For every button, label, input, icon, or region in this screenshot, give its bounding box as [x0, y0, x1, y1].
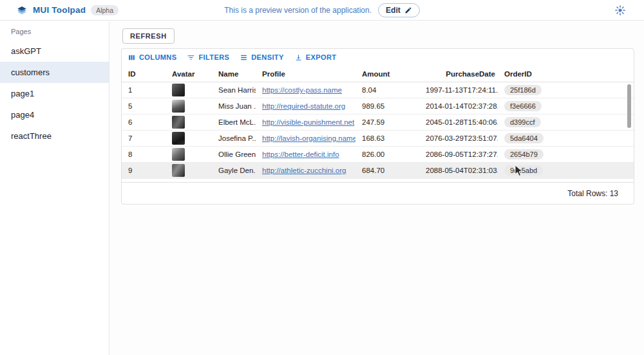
cell-profile: https://costly-pass.name: [256, 86, 355, 94]
toolbar-button-label: FILTERS: [198, 53, 229, 61]
table-row[interactable]: 6Elbert McL...http://visible-punishment.…: [122, 114, 634, 131]
cell-amount: 168.63: [355, 134, 419, 142]
cell-avatar: [166, 164, 212, 177]
column-header-orderId[interactable]: OrderID: [498, 70, 634, 78]
cell-name: Ollie Green...: [212, 150, 256, 158]
cell-id: 6: [122, 118, 166, 126]
cell-name: Miss Juan ...: [212, 102, 256, 110]
avatar: [172, 116, 185, 129]
sidebar-item-askGPT[interactable]: askGPT: [0, 41, 109, 62]
cell-avatar: [166, 84, 212, 96]
app-header: MUI Toolpad Alpha This is a preview vers…: [0, 0, 644, 21]
cell-name: Josefina P...: [212, 134, 256, 142]
app-brand[interactable]: MUI Toolpad Alpha: [0, 5, 118, 16]
cell-profile: https://better-deficit.info: [256, 150, 355, 158]
profile-link[interactable]: http://visible-punishment.net: [262, 118, 354, 126]
sidebar-item-page4[interactable]: page4: [0, 104, 109, 125]
profile-link[interactable]: https://better-deficit.info: [262, 150, 339, 158]
cell-amount: 826.00: [355, 150, 419, 158]
sidebar-item-page1[interactable]: page1: [0, 83, 109, 104]
customers-data-grid: COLUMNSFILTERSDENSITYEXPORT IDAvatarName…: [121, 48, 634, 205]
cell-purchase-date: 1997-11-13T17:24:11.769Z: [419, 86, 498, 94]
sidebar-item-customers[interactable]: customers: [0, 62, 109, 83]
column-header-id[interactable]: ID: [122, 70, 166, 78]
export-button[interactable]: EXPORT: [294, 53, 337, 62]
table-row[interactable]: 8Ollie Green...https://better-deficit.in…: [122, 147, 634, 163]
total-rows-label: Total Rows: 13: [567, 189, 618, 198]
column-header-avatar[interactable]: Avatar: [166, 70, 212, 78]
density-button[interactable]: DENSITY: [240, 53, 283, 62]
preview-message: This is a preview version of the applica…: [224, 6, 372, 15]
order-id-chip[interactable]: 2654b79: [504, 149, 544, 159]
cell-order-id: 5da6404: [498, 133, 634, 143]
cell-avatar: [166, 132, 212, 145]
edit-button-label: Edit: [386, 6, 401, 15]
sidebar-item-label: reactThree: [11, 131, 52, 141]
filters-button[interactable]: FILTERS: [187, 53, 229, 62]
cell-order-id: f3e6666: [498, 101, 634, 111]
order-id-chip[interactable]: 5da6404: [504, 133, 544, 143]
columns-button[interactable]: COLUMNS: [128, 53, 176, 62]
column-header-profile[interactable]: Profile: [256, 70, 355, 78]
cell-amount: 247.59: [355, 118, 419, 126]
sidebar-item-label: customers: [11, 68, 50, 77]
cell-profile: http://lavish-organising.name: [256, 134, 355, 142]
theme-toggle-sun-icon[interactable]: [614, 5, 626, 16]
sidebar-item-label: askGPT: [11, 46, 41, 56]
grid-footer: Total Rows: 13: [122, 182, 634, 204]
profile-link[interactable]: http://athletic-zucchini.org: [262, 167, 346, 174]
cell-amount: 684.70: [355, 167, 419, 174]
cell-profile: http://athletic-zucchini.org: [256, 167, 355, 174]
sidebar-section-label: Pages: [0, 21, 109, 41]
order-id-chip[interactable]: f3e6666: [504, 101, 542, 111]
cell-name: Elbert McL...: [212, 118, 256, 126]
edit-button[interactable]: Edit: [378, 3, 420, 17]
order-id-chip[interactable]: 25f186d: [504, 85, 542, 95]
cell-profile: http://visible-punishment.net: [256, 118, 355, 126]
profile-link[interactable]: https://costly-pass.name: [262, 86, 342, 94]
avatar: [172, 84, 185, 96]
cell-purchase-date: 2076-03-29T23:51:07.968Z: [419, 134, 498, 142]
cell-amount: 989.65: [355, 102, 419, 110]
order-id-chip[interactable]: d399ccf: [504, 117, 541, 127]
column-header-name[interactable]: Name: [212, 70, 256, 78]
cell-id: 9: [122, 167, 166, 174]
column-header-purchaseDate[interactable]: PurchaseDate: [419, 70, 498, 78]
cell-purchase-date: 2086-09-05T12:37:27.015Z: [419, 150, 498, 158]
toolpad-logo-icon: [16, 5, 28, 16]
toolbar-button-label: COLUMNS: [139, 53, 176, 61]
column-header-amount[interactable]: Amount: [355, 70, 419, 78]
sidebar-item-label: page1: [11, 89, 34, 98]
table-row[interactable]: 1Sean Harrishttps://costly-pass.name8.04…: [122, 82, 634, 98]
table-row[interactable]: 7Josefina P...http://lavish-organising.n…: [122, 131, 634, 147]
cell-id: 1: [122, 86, 166, 94]
cell-id: 5: [122, 102, 166, 110]
grid-rows: 1Sean Harrishttps://costly-pass.name8.04…: [122, 82, 634, 179]
avatar: [172, 132, 185, 145]
version-badge: Alpha: [91, 5, 118, 15]
columns-icon: [128, 53, 136, 62]
sidebar-item-label: page4: [11, 110, 34, 120]
order-id-chip[interactable]: 9dc5abd: [504, 165, 543, 176]
cell-avatar: [166, 116, 212, 129]
table-row[interactable]: 5Miss Juan ...http://required-statute.or…: [122, 98, 634, 114]
cell-id: 8: [122, 150, 166, 158]
cell-purchase-date: 2045-01-28T15:40:06.325Z: [419, 118, 498, 126]
refresh-button[interactable]: REFRESH: [122, 28, 175, 44]
table-row[interactable]: 9Gayle Den...http://athletic-zucchini.or…: [122, 163, 634, 179]
cell-avatar: [166, 100, 212, 113]
cell-order-id: 25f186d: [498, 85, 634, 95]
sidebar: Pages askGPTcustomerspage1page4reactThre…: [0, 21, 109, 355]
export-icon: [294, 53, 303, 62]
avatar: [172, 164, 185, 177]
profile-link[interactable]: http://required-statute.org: [262, 102, 345, 110]
sidebar-item-reactThree[interactable]: reactThree: [0, 125, 109, 147]
vertical-scrollbar[interactable]: [627, 84, 631, 128]
cell-profile: http://required-statute.org: [256, 102, 355, 110]
toolbar-button-label: DENSITY: [251, 53, 283, 61]
cell-purchase-date: 2088-05-04T02:31:03.294Z: [419, 167, 498, 174]
avatar: [172, 100, 185, 113]
cell-order-id: d399ccf: [498, 117, 634, 127]
toolbar-button-label: EXPORT: [306, 53, 337, 61]
profile-link[interactable]: http://lavish-organising.name: [262, 134, 355, 142]
